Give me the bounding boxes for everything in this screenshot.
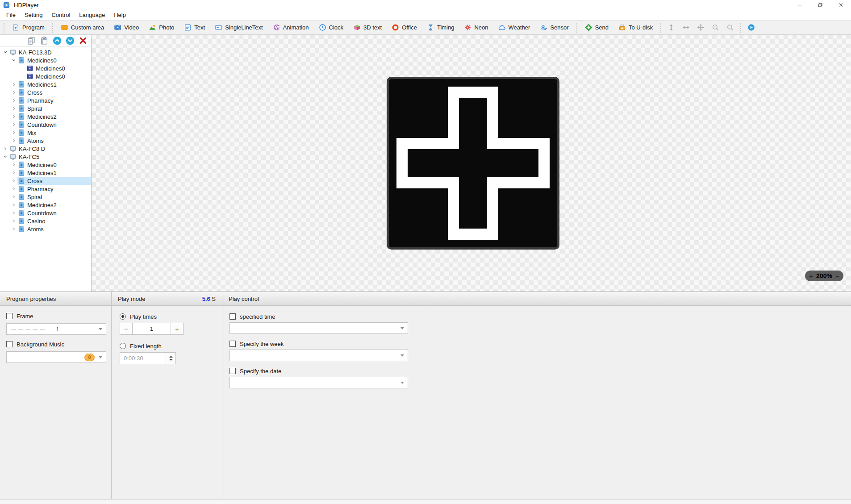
chevron-down-icon[interactable] (1, 49, 9, 56)
play-times-radio[interactable] (120, 313, 126, 320)
tree-item-atoms[interactable]: Atoms (0, 225, 91, 233)
chevron-right-icon[interactable] (10, 161, 17, 168)
tree-item-medicines2[interactable]: Medicines2 (0, 201, 91, 209)
chevron-right-icon[interactable] (10, 201, 17, 208)
toolbar-program-button[interactable]: Program (7, 21, 50, 34)
chevron-right-icon[interactable] (10, 137, 17, 144)
chevron-right-icon[interactable] (10, 185, 17, 192)
chevron-right-icon[interactable] (10, 105, 17, 112)
specify-date-arrow[interactable] (396, 377, 408, 388)
toolbar-sensor-button[interactable]: SSensor (535, 21, 573, 34)
tree-item-countdown[interactable]: Countdown (0, 209, 91, 217)
specify-date-checkbox[interactable] (229, 368, 236, 374)
tree-item-ka-fc8-d[interactable]: KA-FC8 D (0, 145, 91, 153)
menu-language[interactable]: Language (75, 11, 109, 19)
chevron-right-icon[interactable] (10, 225, 17, 233)
frame-checkbox[interactable] (6, 313, 13, 319)
chevron-right-icon[interactable] (10, 193, 17, 200)
specify-week-dropdown[interactable] (229, 350, 408, 361)
toolbar-animation-button[interactable]: AAnimation (268, 21, 314, 34)
close-button[interactable] (830, 0, 851, 10)
tree-item-pharmacy[interactable]: Pharmacy (0, 96, 91, 104)
specified-time-arrow[interactable] (396, 323, 408, 333)
zoom-out-button[interactable]: − (835, 273, 839, 279)
tree-item-ka-fc13-3d[interactable]: KA-FC13.3D (0, 48, 91, 56)
tree-copy-button[interactable] (27, 36, 36, 45)
play-times-value[interactable]: 1 (133, 323, 171, 335)
fixed-length-radio[interactable] (120, 343, 126, 349)
background-music-checkbox[interactable] (6, 341, 13, 347)
specify-week-arrow[interactable] (396, 350, 408, 361)
toolbar-move-button[interactable] (693, 21, 708, 34)
zoom-in-button[interactable]: + (809, 273, 813, 279)
music-dropdown-arrow[interactable] (95, 352, 106, 362)
toolbar-resize-h-button[interactable] (679, 21, 693, 34)
fixed-length-spinner[interactable] (166, 352, 176, 364)
toolbar-photo-button[interactable]: Photo (144, 21, 179, 34)
chevron-right-icon[interactable] (10, 121, 17, 128)
toolbar-weather-button[interactable]: Weather (493, 21, 535, 34)
tree-item-medicines0[interactable]: Medicines0 (0, 56, 91, 64)
tree-item-cross[interactable]: Cross (0, 88, 91, 96)
tree-move-up-button[interactable] (53, 36, 62, 45)
toolbar-resize-v-button[interactable] (664, 21, 679, 34)
frame-dropdown-arrow[interactable] (95, 324, 106, 334)
chevron-right-icon[interactable] (10, 209, 17, 217)
frame-style-dropdown[interactable]: — — — — — 1 (6, 323, 106, 335)
minimize-button[interactable] (789, 0, 810, 10)
tree-delete-button[interactable] (79, 36, 88, 45)
toolbar-text-button[interactable]: Text (179, 21, 210, 34)
tree-item-mix[interactable]: Mix (0, 129, 91, 137)
tree-item-medicines0[interactable]: Medicines0 (0, 72, 91, 80)
decrease-button[interactable]: − (120, 323, 133, 335)
toolbar-to-u-disk-button[interactable]: To U-disk (613, 21, 658, 34)
chevron-right-icon[interactable] (1, 145, 9, 152)
toolbar-zoom-out-button[interactable] (723, 21, 738, 34)
tree-item-medicines0[interactable]: Medicines0 (0, 64, 91, 72)
chevron-right-icon[interactable] (10, 81, 17, 88)
background-music-field[interactable]: 0 (6, 351, 106, 363)
increase-button[interactable]: + (171, 323, 184, 335)
chevron-right-icon[interactable] (10, 177, 17, 184)
specified-time-checkbox[interactable] (229, 313, 236, 320)
chevron-down-icon[interactable] (1, 153, 9, 160)
tree-item-casino[interactable]: Casino (0, 217, 91, 225)
specify-week-checkbox[interactable] (229, 341, 236, 347)
toolbar-neon-button[interactable]: Neon (459, 21, 493, 34)
menu-help[interactable]: Help (109, 11, 130, 19)
cross-preview[interactable] (387, 77, 559, 250)
fixed-length-input[interactable]: 0:00:30 (120, 352, 166, 364)
tree-item-cross[interactable]: Cross (0, 177, 91, 185)
tree-item-medicines1[interactable]: Medicines1 (0, 169, 91, 177)
toolbar-custom-area-button[interactable]: Custom area (56, 21, 109, 34)
chevron-right-icon[interactable] (10, 113, 17, 120)
menu-setting[interactable]: Setting (20, 11, 47, 19)
tree-item-spiral[interactable]: Spiral (0, 193, 91, 201)
tree-item-pharmacy[interactable]: Pharmacy (0, 185, 91, 193)
chevron-right-icon[interactable] (10, 169, 17, 176)
chevron-right-icon[interactable] (10, 129, 17, 136)
toolbar-timing-button[interactable]: Timing (422, 21, 459, 34)
tree-item-medicines0[interactable]: Medicines0 (0, 161, 91, 169)
toolbar-clock-button[interactable]: Clock (314, 21, 349, 34)
toolbar-singlelinetext-button[interactable]: SingleLineText (210, 21, 268, 34)
tree-move-down-button[interactable] (66, 36, 75, 45)
chevron-right-icon[interactable] (10, 217, 17, 225)
tree-item-atoms[interactable]: Atoms (0, 137, 91, 145)
restore-button[interactable] (810, 0, 830, 10)
toolbar-zoom-in-button[interactable] (708, 21, 723, 34)
toolbar-office-button[interactable]: Office (387, 21, 422, 34)
toolbar-video-button[interactable]: Video (109, 21, 144, 34)
specify-date-dropdown[interactable] (229, 377, 408, 388)
chevron-down-icon[interactable] (10, 57, 17, 64)
toolbar-send-button[interactable]: Send (580, 21, 613, 34)
chevron-right-icon[interactable] (10, 97, 17, 104)
toolbar-play-circle-button[interactable] (744, 21, 759, 34)
menu-file[interactable]: File (2, 11, 20, 19)
tree-item-medicines2[interactable]: Medicines2 (0, 112, 91, 121)
tree-item-spiral[interactable]: Spiral (0, 104, 91, 112)
tree-item-medicines1[interactable]: Medicines1 (0, 80, 91, 88)
menu-control[interactable]: Control (47, 11, 75, 19)
tree-paste-button[interactable] (40, 36, 49, 45)
specified-time-dropdown[interactable] (229, 322, 408, 334)
